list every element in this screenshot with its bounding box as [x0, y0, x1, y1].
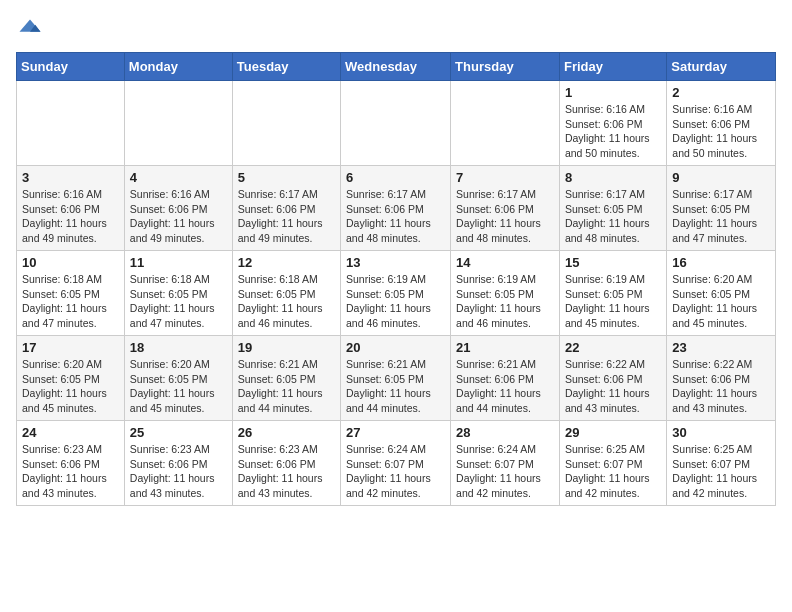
day-number: 13 — [346, 255, 445, 270]
page-header — [16, 16, 776, 44]
day-number: 15 — [565, 255, 661, 270]
calendar-cell: 6Sunrise: 6:17 AM Sunset: 6:06 PM Daylig… — [341, 166, 451, 251]
calendar-cell: 8Sunrise: 6:17 AM Sunset: 6:05 PM Daylig… — [559, 166, 666, 251]
day-number: 11 — [130, 255, 227, 270]
calendar-cell: 2Sunrise: 6:16 AM Sunset: 6:06 PM Daylig… — [667, 81, 776, 166]
day-number: 4 — [130, 170, 227, 185]
day-info: Sunrise: 6:19 AM Sunset: 6:05 PM Dayligh… — [346, 272, 445, 331]
calendar-cell: 4Sunrise: 6:16 AM Sunset: 6:06 PM Daylig… — [124, 166, 232, 251]
calendar-week-row: 1Sunrise: 6:16 AM Sunset: 6:06 PM Daylig… — [17, 81, 776, 166]
day-number: 30 — [672, 425, 770, 440]
day-number: 29 — [565, 425, 661, 440]
calendar-week-row: 17Sunrise: 6:20 AM Sunset: 6:05 PM Dayli… — [17, 336, 776, 421]
day-number: 21 — [456, 340, 554, 355]
day-info: Sunrise: 6:23 AM Sunset: 6:06 PM Dayligh… — [22, 442, 119, 501]
day-number: 17 — [22, 340, 119, 355]
day-number: 7 — [456, 170, 554, 185]
calendar-cell — [17, 81, 125, 166]
day-number: 23 — [672, 340, 770, 355]
day-number: 14 — [456, 255, 554, 270]
calendar-cell — [341, 81, 451, 166]
day-number: 10 — [22, 255, 119, 270]
day-info: Sunrise: 6:19 AM Sunset: 6:05 PM Dayligh… — [565, 272, 661, 331]
calendar-cell: 21Sunrise: 6:21 AM Sunset: 6:06 PM Dayli… — [451, 336, 560, 421]
calendar-cell: 19Sunrise: 6:21 AM Sunset: 6:05 PM Dayli… — [232, 336, 340, 421]
day-info: Sunrise: 6:20 AM Sunset: 6:05 PM Dayligh… — [672, 272, 770, 331]
day-header-sunday: Sunday — [17, 53, 125, 81]
calendar-cell: 16Sunrise: 6:20 AM Sunset: 6:05 PM Dayli… — [667, 251, 776, 336]
day-number: 19 — [238, 340, 335, 355]
day-info: Sunrise: 6:17 AM Sunset: 6:06 PM Dayligh… — [346, 187, 445, 246]
day-number: 3 — [22, 170, 119, 185]
day-number: 24 — [22, 425, 119, 440]
day-number: 27 — [346, 425, 445, 440]
day-number: 9 — [672, 170, 770, 185]
day-number: 18 — [130, 340, 227, 355]
day-info: Sunrise: 6:19 AM Sunset: 6:05 PM Dayligh… — [456, 272, 554, 331]
day-number: 16 — [672, 255, 770, 270]
day-info: Sunrise: 6:20 AM Sunset: 6:05 PM Dayligh… — [22, 357, 119, 416]
day-info: Sunrise: 6:18 AM Sunset: 6:05 PM Dayligh… — [130, 272, 227, 331]
day-number: 2 — [672, 85, 770, 100]
calendar-cell: 11Sunrise: 6:18 AM Sunset: 6:05 PM Dayli… — [124, 251, 232, 336]
logo — [16, 16, 48, 44]
calendar-cell: 27Sunrise: 6:24 AM Sunset: 6:07 PM Dayli… — [341, 421, 451, 506]
calendar-cell: 5Sunrise: 6:17 AM Sunset: 6:06 PM Daylig… — [232, 166, 340, 251]
day-header-saturday: Saturday — [667, 53, 776, 81]
day-info: Sunrise: 6:23 AM Sunset: 6:06 PM Dayligh… — [238, 442, 335, 501]
day-number: 12 — [238, 255, 335, 270]
calendar-cell: 26Sunrise: 6:23 AM Sunset: 6:06 PM Dayli… — [232, 421, 340, 506]
day-header-monday: Monday — [124, 53, 232, 81]
day-number: 5 — [238, 170, 335, 185]
calendar-cell: 25Sunrise: 6:23 AM Sunset: 6:06 PM Dayli… — [124, 421, 232, 506]
day-number: 28 — [456, 425, 554, 440]
calendar-cell — [232, 81, 340, 166]
logo-icon — [16, 16, 44, 44]
day-info: Sunrise: 6:16 AM Sunset: 6:06 PM Dayligh… — [672, 102, 770, 161]
day-info: Sunrise: 6:18 AM Sunset: 6:05 PM Dayligh… — [238, 272, 335, 331]
calendar-week-row: 3Sunrise: 6:16 AM Sunset: 6:06 PM Daylig… — [17, 166, 776, 251]
day-info: Sunrise: 6:20 AM Sunset: 6:05 PM Dayligh… — [130, 357, 227, 416]
day-info: Sunrise: 6:16 AM Sunset: 6:06 PM Dayligh… — [565, 102, 661, 161]
calendar-week-row: 24Sunrise: 6:23 AM Sunset: 6:06 PM Dayli… — [17, 421, 776, 506]
day-number: 8 — [565, 170, 661, 185]
calendar-cell — [451, 81, 560, 166]
day-number: 20 — [346, 340, 445, 355]
calendar-cell: 29Sunrise: 6:25 AM Sunset: 6:07 PM Dayli… — [559, 421, 666, 506]
calendar-header-row: SundayMondayTuesdayWednesdayThursdayFrid… — [17, 53, 776, 81]
calendar-cell: 12Sunrise: 6:18 AM Sunset: 6:05 PM Dayli… — [232, 251, 340, 336]
calendar-cell: 24Sunrise: 6:23 AM Sunset: 6:06 PM Dayli… — [17, 421, 125, 506]
calendar-cell: 23Sunrise: 6:22 AM Sunset: 6:06 PM Dayli… — [667, 336, 776, 421]
day-info: Sunrise: 6:16 AM Sunset: 6:06 PM Dayligh… — [22, 187, 119, 246]
day-number: 25 — [130, 425, 227, 440]
day-info: Sunrise: 6:17 AM Sunset: 6:05 PM Dayligh… — [565, 187, 661, 246]
day-info: Sunrise: 6:17 AM Sunset: 6:06 PM Dayligh… — [456, 187, 554, 246]
day-header-thursday: Thursday — [451, 53, 560, 81]
day-info: Sunrise: 6:21 AM Sunset: 6:05 PM Dayligh… — [238, 357, 335, 416]
day-number: 6 — [346, 170, 445, 185]
calendar-cell: 22Sunrise: 6:22 AM Sunset: 6:06 PM Dayli… — [559, 336, 666, 421]
calendar-cell: 9Sunrise: 6:17 AM Sunset: 6:05 PM Daylig… — [667, 166, 776, 251]
calendar-cell: 28Sunrise: 6:24 AM Sunset: 6:07 PM Dayli… — [451, 421, 560, 506]
calendar-cell: 10Sunrise: 6:18 AM Sunset: 6:05 PM Dayli… — [17, 251, 125, 336]
day-info: Sunrise: 6:17 AM Sunset: 6:06 PM Dayligh… — [238, 187, 335, 246]
day-info: Sunrise: 6:22 AM Sunset: 6:06 PM Dayligh… — [672, 357, 770, 416]
day-info: Sunrise: 6:21 AM Sunset: 6:06 PM Dayligh… — [456, 357, 554, 416]
calendar-cell: 17Sunrise: 6:20 AM Sunset: 6:05 PM Dayli… — [17, 336, 125, 421]
day-info: Sunrise: 6:16 AM Sunset: 6:06 PM Dayligh… — [130, 187, 227, 246]
calendar-cell: 14Sunrise: 6:19 AM Sunset: 6:05 PM Dayli… — [451, 251, 560, 336]
calendar-table: SundayMondayTuesdayWednesdayThursdayFrid… — [16, 52, 776, 506]
day-info: Sunrise: 6:24 AM Sunset: 6:07 PM Dayligh… — [346, 442, 445, 501]
day-number: 26 — [238, 425, 335, 440]
calendar-week-row: 10Sunrise: 6:18 AM Sunset: 6:05 PM Dayli… — [17, 251, 776, 336]
calendar-cell: 20Sunrise: 6:21 AM Sunset: 6:05 PM Dayli… — [341, 336, 451, 421]
day-info: Sunrise: 6:22 AM Sunset: 6:06 PM Dayligh… — [565, 357, 661, 416]
calendar-cell: 1Sunrise: 6:16 AM Sunset: 6:06 PM Daylig… — [559, 81, 666, 166]
day-info: Sunrise: 6:21 AM Sunset: 6:05 PM Dayligh… — [346, 357, 445, 416]
calendar-cell: 18Sunrise: 6:20 AM Sunset: 6:05 PM Dayli… — [124, 336, 232, 421]
day-info: Sunrise: 6:23 AM Sunset: 6:06 PM Dayligh… — [130, 442, 227, 501]
calendar-cell: 3Sunrise: 6:16 AM Sunset: 6:06 PM Daylig… — [17, 166, 125, 251]
day-header-tuesday: Tuesday — [232, 53, 340, 81]
day-number: 22 — [565, 340, 661, 355]
day-info: Sunrise: 6:18 AM Sunset: 6:05 PM Dayligh… — [22, 272, 119, 331]
